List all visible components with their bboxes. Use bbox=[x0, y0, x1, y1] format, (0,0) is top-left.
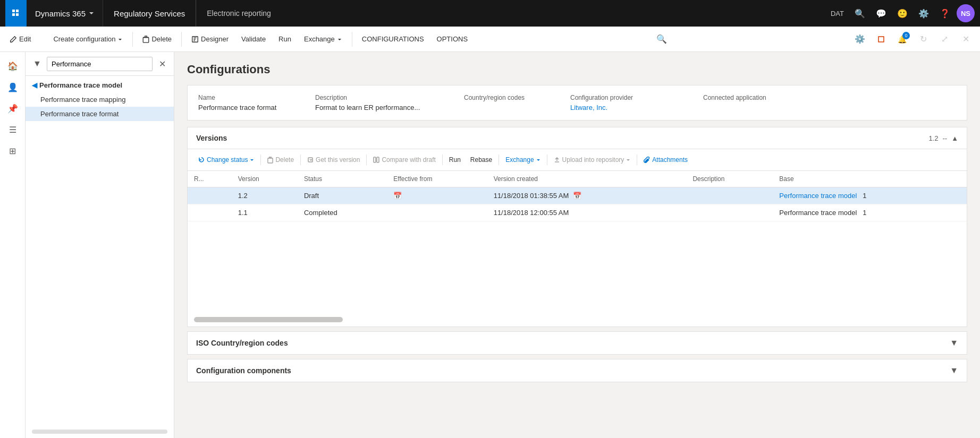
top-nav: Dynamics 365 Regulatory Services Electro… bbox=[0, 0, 980, 27]
grid-menu-icon[interactable] bbox=[5, 0, 27, 27]
delete-button[interactable]: Delete bbox=[137, 32, 177, 46]
dat-label: DAT bbox=[826, 10, 848, 18]
tree-item-parent[interactable]: ◀ Performance trace model bbox=[26, 78, 174, 92]
config-name-col: Name Performance trace format bbox=[198, 94, 315, 111]
edit-button[interactable]: Edit bbox=[4, 32, 36, 46]
versions-collapse-icon[interactable]: ▲ bbox=[951, 134, 958, 142]
components-collapse-icon[interactable]: ▼ bbox=[950, 366, 958, 375]
table-header-row: R... Version Status Effective from Versi… bbox=[188, 171, 967, 187]
filter-icon[interactable]: ▼ bbox=[30, 56, 45, 71]
svg-rect-7 bbox=[268, 158, 273, 162]
versions-exchange-button[interactable]: Exchange bbox=[501, 153, 544, 166]
pin-icon[interactable]: 📌 bbox=[3, 99, 22, 118]
config-description-col: Description Format to learn ER performan… bbox=[315, 94, 464, 111]
cell-r-2 bbox=[188, 204, 232, 221]
people-icon[interactable]: 👤 bbox=[3, 78, 22, 97]
commandbar-search-icon[interactable]: 🔍 bbox=[654, 32, 669, 47]
tree-item-mapping[interactable]: Performance trace mapping bbox=[26, 92, 174, 107]
cell-base-2: Performance trace model 1 bbox=[773, 204, 967, 221]
versions-table-body: 1.2 Draft 📅 11/18/2018 01:38:55 AM 📅 bbox=[188, 187, 967, 221]
validate-button[interactable]: Validate bbox=[236, 32, 271, 46]
clear-search-icon[interactable]: ✕ bbox=[155, 56, 170, 71]
attachments-button[interactable]: Attachments bbox=[639, 153, 692, 166]
svg-rect-10 bbox=[377, 157, 379, 162]
cell-base-1: Performance trace model 1 bbox=[773, 187, 967, 204]
menu-icon[interactable]: ☰ bbox=[3, 120, 22, 139]
cell-description-2 bbox=[686, 204, 773, 221]
cell-status-1: Draft bbox=[298, 187, 387, 204]
get-version-button[interactable]: Get this version bbox=[303, 153, 364, 166]
tree-item-format[interactable]: Performance trace format bbox=[26, 107, 174, 121]
config-connected-col: Connected application bbox=[703, 94, 956, 111]
badge-icon[interactable]: 🔔 0 bbox=[893, 30, 912, 49]
tree-scrollbar[interactable] bbox=[32, 430, 167, 434]
config-header: Name Performance trace format Descriptio… bbox=[187, 85, 967, 121]
rebase-button[interactable]: Rebase bbox=[466, 153, 496, 166]
command-bar: Edit Create configuration Delete Designe… bbox=[0, 27, 980, 52]
versions-run-button[interactable]: Run bbox=[445, 153, 465, 166]
table-row[interactable]: 1.2 Draft 📅 11/18/2018 01:38:55 AM 📅 bbox=[188, 187, 967, 204]
config-country-col: Country/region codes bbox=[464, 94, 570, 111]
calendar-icon-1[interactable]: 📅 bbox=[393, 192, 402, 200]
table-row[interactable]: 1.1 Completed 11/18/2018 12:00:55 AM Per… bbox=[188, 204, 967, 221]
cell-r-1 bbox=[188, 187, 232, 204]
versions-table: R... Version Status Effective from Versi… bbox=[188, 171, 967, 221]
tree-search-bar: ▼ ✕ bbox=[26, 52, 174, 76]
close-icon[interactable]: ✕ bbox=[957, 30, 976, 49]
help-icon[interactable]: ❓ bbox=[935, 4, 954, 23]
col-version-created: Version created bbox=[487, 171, 687, 187]
home-icon[interactable]: 🏠 bbox=[3, 56, 22, 75]
svg-rect-3 bbox=[16, 13, 19, 16]
smiley-icon[interactable]: 🙂 bbox=[893, 4, 912, 23]
grid2-icon[interactable]: ⊞ bbox=[3, 141, 22, 160]
office-icon[interactable] bbox=[872, 30, 891, 49]
settings2-icon[interactable]: ⚙️ bbox=[850, 30, 869, 49]
designer-button[interactable]: Designer bbox=[186, 32, 234, 46]
versions-delete-button[interactable]: Delete bbox=[263, 153, 298, 166]
svg-rect-9 bbox=[374, 157, 376, 162]
cell-version-1: 1.2 bbox=[232, 187, 298, 204]
tree-child1-label: Performance trace mapping bbox=[40, 96, 125, 104]
iso-title: ISO Country/region codes bbox=[196, 339, 288, 347]
options-tab[interactable]: OPTIONS bbox=[432, 32, 474, 46]
iso-panel: ISO Country/region codes ▼ bbox=[187, 331, 967, 355]
settings-icon[interactable]: ⚙️ bbox=[914, 4, 933, 23]
versions-toolbar: Change status Delete Get this version Co… bbox=[188, 149, 967, 171]
svg-rect-2 bbox=[12, 13, 15, 16]
change-status-button[interactable]: Change status bbox=[194, 153, 258, 166]
svg-rect-0 bbox=[12, 10, 15, 12]
svg-rect-4 bbox=[143, 37, 149, 42]
reg-services-nav[interactable]: Regulatory Services bbox=[103, 0, 196, 27]
col-status: Status bbox=[298, 171, 387, 187]
col-description: Description bbox=[686, 171, 773, 187]
base-link-1[interactable]: Performance trace model bbox=[779, 192, 857, 200]
provider-value[interactable]: Litware, Inc. bbox=[570, 104, 703, 111]
horizontal-scrollbar[interactable] bbox=[194, 317, 343, 322]
cell-version-created-1: 11/18/2018 01:38:55 AM 📅 bbox=[487, 187, 687, 204]
search-nav-icon[interactable]: 🔍 bbox=[850, 4, 869, 23]
tree-panel: ▼ ✕ ◀ Performance trace model Performanc… bbox=[26, 52, 174, 438]
iso-collapse-icon[interactable]: ▼ bbox=[950, 338, 958, 348]
provider-label: Configuration provider bbox=[570, 94, 703, 101]
chat-icon[interactable]: 💬 bbox=[872, 4, 891, 23]
run-button[interactable]: Run bbox=[273, 32, 297, 46]
description-label: Description bbox=[315, 94, 464, 101]
expand-icon[interactable]: ⤢ bbox=[935, 30, 954, 49]
tree-items: ◀ Performance trace model Performance tr… bbox=[26, 76, 174, 425]
avatar[interactable]: NS bbox=[957, 4, 975, 22]
version-number: 1.2 bbox=[928, 134, 938, 142]
dynamics-nav[interactable]: Dynamics 365 bbox=[27, 0, 103, 27]
configurations-tab[interactable]: CONFIGURATIONS bbox=[357, 32, 429, 46]
create-config-button[interactable]: Create configuration bbox=[38, 32, 128, 46]
exchange-button[interactable]: Exchange bbox=[299, 32, 348, 46]
cell-description-1 bbox=[686, 187, 773, 204]
name-label: Name bbox=[198, 94, 315, 101]
upload-button[interactable]: Upload into repository bbox=[550, 153, 635, 166]
components-panel-header: Configuration components ▼ bbox=[188, 359, 967, 382]
calendar-icon-2[interactable]: 📅 bbox=[573, 192, 581, 200]
search-input[interactable] bbox=[47, 57, 153, 71]
refresh-icon[interactable]: ↻ bbox=[914, 30, 933, 49]
versions-empty-space bbox=[188, 221, 967, 317]
compare-draft-button[interactable]: Compare with draft bbox=[369, 153, 440, 166]
main-layout: 🏠 👤 📌 ☰ ⊞ ▼ ✕ ◀ Performance trace model … bbox=[0, 52, 980, 438]
